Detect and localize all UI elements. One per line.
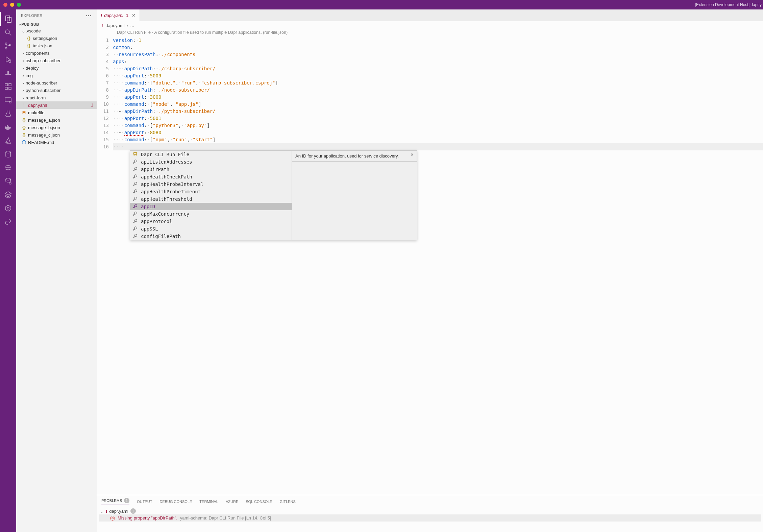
svg-point-21 [6, 151, 10, 153]
activity-docker[interactable] [0, 120, 16, 134]
autocomplete-item[interactable]: appMaxConcurrency [130, 210, 292, 218]
activity-kubernetes[interactable] [0, 201, 16, 215]
autocomplete-item[interactable]: appSSL [130, 225, 292, 233]
autocomplete-item[interactable]: Dapr CLI Run File [130, 151, 292, 158]
tree-file[interactable]: !dapr.yaml1 [16, 101, 97, 109]
panel-tab-debug-console[interactable]: DEBUG CONSOLE [159, 498, 192, 505]
autocomplete-item[interactable]: appHealthProbeInterval [130, 180, 292, 188]
sidebar-header: EXPLORER ••• [16, 9, 97, 21]
panel-tab-azure[interactable]: AZURE [226, 498, 238, 505]
tree-file[interactable]: {}message_a.json [16, 116, 97, 124]
tree-folder[interactable]: ›react-form [16, 94, 97, 101]
autocomplete-item[interactable]: appHealthCheckPath [130, 173, 292, 180]
activity-testing[interactable] [0, 107, 16, 120]
autocomplete-label: appMaxConcurrency [141, 211, 189, 217]
autocomplete-item[interactable]: apiListenAddresses [130, 158, 292, 166]
activity-gitlens[interactable] [0, 161, 16, 174]
activity-database[interactable] [0, 147, 16, 161]
code-line[interactable]: ··-·appDirPath:·./node-subscriber/ [113, 87, 763, 94]
code-line[interactable]: ····command:·["dotnet",·"run",·"csharp-s… [113, 79, 763, 87]
tree-folder[interactable]: ›python-subscriber [16, 87, 97, 94]
code-line[interactable]: ····command:·["npm",·"run",·"start"] [113, 136, 763, 143]
autocomplete-item[interactable]: appHealthThreshold [130, 195, 292, 203]
panel-tab-problems[interactable]: PROBLEMS1 [101, 498, 129, 505]
autocomplete-item[interactable]: appProtocol [130, 218, 292, 225]
minimize-window-button[interactable] [10, 3, 14, 7]
code-line[interactable]: ····appPort:·5009 [113, 72, 763, 79]
svg-rect-1 [7, 17, 11, 22]
code-line[interactable]: ····appPort:·3000 [113, 94, 763, 101]
tree-file[interactable]: ⓘREADME.md [16, 139, 97, 146]
editor-tab-dapr-yaml[interactable]: ! dapr.yaml 1 ✕ [97, 9, 140, 21]
code-line[interactable]: apps: [113, 58, 763, 65]
sidebar-more-icon[interactable]: ••• [86, 14, 92, 18]
activity-source-control[interactable] [0, 39, 16, 53]
tree-label: message_c.json [28, 132, 60, 138]
autocomplete-item[interactable]: appHealthProbeTimeout [130, 188, 292, 195]
tree-file[interactable]: {}tasks.json [16, 42, 97, 49]
problem-item[interactable]: ✕ Missing property "appDirPath". yaml-sc… [99, 514, 761, 522]
activity-db2[interactable] [0, 174, 16, 188]
activity-run-debug[interactable] [0, 53, 16, 66]
close-icon[interactable]: ✕ [132, 13, 136, 18]
panel-tab-output[interactable]: OUTPUT [137, 498, 152, 505]
code-line[interactable]: ···· [113, 143, 763, 150]
code-line[interactable]: ··-·appPort:·8080 [113, 129, 763, 136]
autocomplete-list[interactable]: Dapr CLI Run FileapiListenAddressesappDi… [130, 150, 292, 240]
json-icon: {} [21, 118, 27, 122]
autocomplete-item[interactable]: appDirPath [130, 166, 292, 173]
tree-file[interactable]: {}settings.json [16, 34, 97, 42]
tree-folder[interactable]: ›components [16, 49, 97, 57]
activity-share[interactable] [0, 215, 16, 228]
autocomplete-item[interactable]: configFilePath [130, 233, 292, 240]
tree-folder[interactable]: ›deploy [16, 64, 97, 72]
close-icon[interactable]: ✕ [410, 152, 414, 157]
svg-point-22 [6, 178, 10, 180]
tree-label: settings.json [33, 36, 57, 41]
tree-file[interactable]: {}message_c.json [16, 131, 97, 139]
tree-file[interactable]: {}message_b.json [16, 124, 97, 131]
autocomplete-label: appID [141, 204, 155, 209]
code-line[interactable]: version:·1 [113, 37, 763, 44]
chevron-right-icon: › [21, 95, 26, 100]
close-window-button[interactable] [3, 3, 7, 7]
code-line[interactable]: ··-·appDirPath:·./csharp-subscriber/ [113, 65, 763, 72]
code-line[interactable]: ··-·appDirPath:·./python-subscriber/ [113, 108, 763, 115]
code-line[interactable]: ··resourcesPath:·./components [113, 51, 763, 58]
chevron-right-icon: › [21, 88, 26, 93]
tree-folder[interactable]: ›csharp-subscriber [16, 57, 97, 64]
tree-file[interactable]: Mmakefile [16, 109, 97, 116]
tree-folder[interactable]: ›img [16, 72, 97, 79]
code-line[interactable]: common: [113, 44, 763, 51]
chevron-down-icon: ⌄ [21, 28, 26, 33]
activity-extensions[interactable] [0, 80, 16, 93]
activity-azure[interactable] [0, 134, 16, 147]
yaml-icon: ! [106, 509, 107, 514]
svg-marker-7 [6, 57, 10, 62]
editor-area: ! dapr.yaml 1 ✕ ! dapr.yaml › … Dapr CLI… [97, 9, 763, 532]
autocomplete-item[interactable]: appID [130, 203, 292, 210]
activity-remote[interactable] [0, 93, 16, 107]
panel-tab-sql-console[interactable]: SQL CONSOLE [246, 498, 272, 505]
problems-file-row[interactable]: ⌄ ! dapr.yaml 1 [99, 508, 761, 514]
autocomplete-label: appSSL [141, 226, 158, 232]
m-icon: M [21, 110, 27, 115]
code-line[interactable]: ····command:·["python3",·"app.py"] [113, 122, 763, 129]
panel-tab-terminal[interactable]: TERMINAL [199, 498, 218, 505]
activity-search[interactable] [0, 26, 16, 39]
tree-folder[interactable]: ›node-subscriber [16, 79, 97, 87]
code-editor[interactable]: 12345678910111213141516 version:·1common… [97, 37, 763, 495]
tree-folder[interactable]: ⌄.vscode [16, 27, 97, 34]
problems-body[interactable]: ⌄ ! dapr.yaml 1 ✕ Missing property "appD… [97, 507, 763, 532]
activity-dapr[interactable] [0, 66, 16, 80]
sidebar-section-header[interactable]: ⌄ PUB-SUB [16, 21, 97, 27]
maximize-window-button[interactable] [17, 3, 21, 7]
svg-rect-13 [9, 87, 11, 90]
code-line[interactable]: ····command:·["node",·"app.js"] [113, 101, 763, 108]
breadcrumb[interactable]: ! dapr.yaml › … [97, 21, 763, 29]
code-content[interactable]: version:·1common:··resourcesPath:·./comp… [113, 37, 763, 495]
activity-layers[interactable] [0, 188, 16, 201]
code-line[interactable]: ····appPort:·5001 [113, 115, 763, 122]
activity-explorer[interactable] [0, 12, 16, 26]
panel-tab-gitlens[interactable]: GITLENS [280, 498, 296, 505]
